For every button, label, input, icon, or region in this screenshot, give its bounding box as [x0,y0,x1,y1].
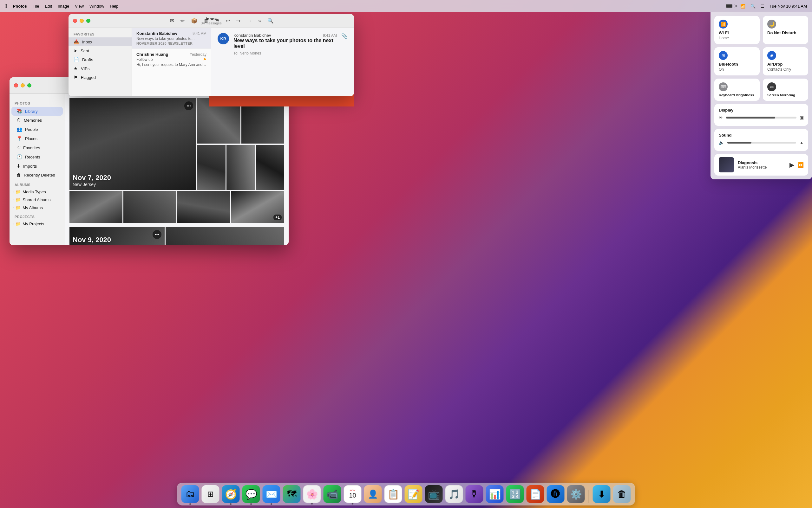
dock-launchpad[interactable]: ⊞ [202,485,220,503]
dock-facetime[interactable]: 📹 [323,485,341,503]
sidebar-group-my-albums[interactable]: › 📁 My Albums [9,204,65,212]
sidebar-group-my-projects[interactable]: › 📁 My Projects [9,220,65,228]
sidebar-item-places[interactable]: 📍 Places [11,134,63,143]
dock-reminders[interactable]: 📋 [384,485,402,503]
mail-close-btn[interactable] [73,19,77,23]
menubar-view[interactable]: View [75,4,84,8]
sidebar-item-imports[interactable]: ⬇ Imports [11,162,63,170]
mail-search-icon[interactable]: 🔍 [267,18,274,24]
photo-bot-left[interactable] [197,145,226,190]
sidebar-item-recents[interactable]: 🕐 Recents [11,153,63,161]
more-options-btn[interactable]: ••• [184,101,193,110]
menubar-app-name[interactable]: Photos [13,4,27,8]
photos-sidebar: Photos 📚 Library ⏱ Memories 👥 People 📍 P… [9,94,65,245]
sidebar-item-library[interactable]: 📚 Library [11,107,63,116]
dock-photos[interactable]: 🌸 [303,485,321,503]
detail-time: 9:41 AM [323,33,337,38]
photos-section-title: Photos [9,98,65,107]
mail-compose-icon[interactable]: ✉ [170,18,174,24]
photo-row2-1[interactable] [70,191,122,223]
more-options-btn-nov9[interactable]: ••• [153,230,161,239]
dock-trash[interactable]: 🗑 [613,485,631,503]
battery-icon [726,4,735,8]
photos-running-dot [311,503,313,505]
photo-bot-mid[interactable] [227,145,255,190]
dock-music[interactable]: 🎵 [445,485,463,503]
mail-sidebar-drafts[interactable]: 📄 Drafts [69,55,131,64]
dock-mail[interactable]: ✉️ [263,485,280,503]
mail-reply-icon[interactable]: ↩ [226,18,230,24]
menubar-edit[interactable]: Edit [45,4,52,8]
search-icon[interactable]: 🔍 [750,4,756,8]
control-center-icon[interactable]: ☰ [761,4,764,8]
mail-sidebar-flagged[interactable]: ⚑ Flagged [69,73,131,82]
mail-sidebar-sent[interactable]: ➤ Sent [69,46,131,55]
dock-messages[interactable]: 💬 [242,485,260,503]
apple-menu[interactable]:  [5,3,7,9]
dock-pages[interactable]: 📄 [527,485,544,503]
sidebar-group-media-types[interactable]: › 📁 Media Types [9,188,65,196]
sidebar-item-people[interactable]: 👥 People [11,125,63,134]
mail-compose-new-icon[interactable]: ✏ [181,18,185,24]
album-art [719,157,734,172]
menubar-file[interactable]: File [33,4,39,8]
dock-safari[interactable]: 🧭 [222,485,240,503]
mail-forward-icon[interactable]: → [247,18,252,24]
brightness-slider[interactable] [726,117,797,119]
mail-min-btn[interactable] [80,19,84,23]
mail-sidebar-vips[interactable]: ★ VIPs [69,64,131,73]
cc-bluetooth-tile[interactable]: ⊞ Bluetooth On [714,47,760,75]
cc-wifi-tile[interactable]: 📶 Wi-Fi Home [714,16,760,44]
dock-calendar[interactable]: NOV 10 [344,485,361,503]
dock-system-preferences[interactable]: ⚙️ [567,485,585,503]
mail-sidebar-inbox[interactable]: 📥 Inbox [69,37,131,46]
dock-finder[interactable]: 🗂 [182,485,199,503]
mail-reply-all-icon[interactable]: ↪ [236,18,240,24]
cc-screen-mirror-tile[interactable]: ▭ Screen Mirroring [763,79,808,101]
mail-list-item-2[interactable]: Christine Huang Yesterday Follow up ⚑ Hi… [132,49,211,70]
photos-min-btn[interactable] [21,83,25,87]
dock-downloads[interactable]: ⬇ [593,485,611,503]
photos-max-btn[interactable] [27,83,31,87]
dock-podcasts[interactable]: 🎙 [466,485,484,503]
dock-numbers[interactable]: 🔢 [506,485,524,503]
skip-button[interactable]: ⏩ [798,162,804,168]
photo-row2-3[interactable] [177,191,230,223]
play-button[interactable]: ▶ [789,161,794,169]
photo-main-large[interactable]: Nov 7, 2020 New Jersey ••• [70,98,196,190]
volume-slider[interactable] [727,142,796,143]
cc-dnd-tile[interactable]: 🌙 Do Not Disturb [763,16,808,44]
cc-airdrop-tile[interactable]: ◉ AirDrop Contacts Only [763,47,808,75]
sidebar-item-recently-deleted[interactable]: 🗑 Recently Deleted [11,171,63,179]
mail-max-btn[interactable] [86,19,90,23]
photos-close-btn[interactable] [14,83,18,87]
dock-contacts[interactable]: 👤 [364,485,382,503]
mail-list-item-1[interactable]: Konstantin Babichev 9:41 AM New ways to … [132,28,211,49]
photo-row2-2[interactable] [123,191,177,223]
dock-notes[interactable]: 📝 [405,485,423,503]
mail-more-icon[interactable]: » [258,18,261,24]
photo-nov9-main[interactable]: ••• Nov 9, 2020 New York [70,227,165,245]
dock-appstore[interactable]: 🅐 [547,485,565,503]
subject-1: NOVEMBER 2020 NEWSLETTER [137,42,206,45]
mail-archive-icon[interactable]: 📦 [191,18,197,24]
menubar-help[interactable]: Help [110,4,118,8]
sidebar-item-favorites[interactable]: ♡ Favorites [11,143,63,152]
dock-keynote[interactable]: 📊 [486,485,504,503]
menubar-image[interactable]: Image [58,4,69,8]
section-overlay-nov9: Nov 9, 2020 New York [73,236,111,245]
photos-content: Nov 7, 2020 New Jersey ••• [65,94,288,245]
photo-row2-4[interactable]: +1 [231,191,284,223]
people-icon: 👥 [16,126,23,132]
wifi-icon[interactable]: 📶 [740,4,745,8]
mail-detail-header-row: KB Konstantin Babichev 9:41 AM New ways … [218,33,348,55]
sidebar-group-shared-albums[interactable]: › 📁 Shared Albums [9,196,65,204]
photo-bot-right[interactable] [256,145,284,190]
photo-nov9-right[interactable] [165,227,284,245]
cc-keyboard-tile[interactable]: ⌨ Keyboard Brightness [714,79,760,101]
dock-appletv[interactable]: 📺 [425,485,443,503]
sidebar-item-memories[interactable]: ⏱ Memories [11,116,63,125]
menubar-window[interactable]: Window [89,4,104,8]
dock-maps[interactable]: 🗺 [283,485,301,503]
bluetooth-sublabel: On [719,67,755,72]
